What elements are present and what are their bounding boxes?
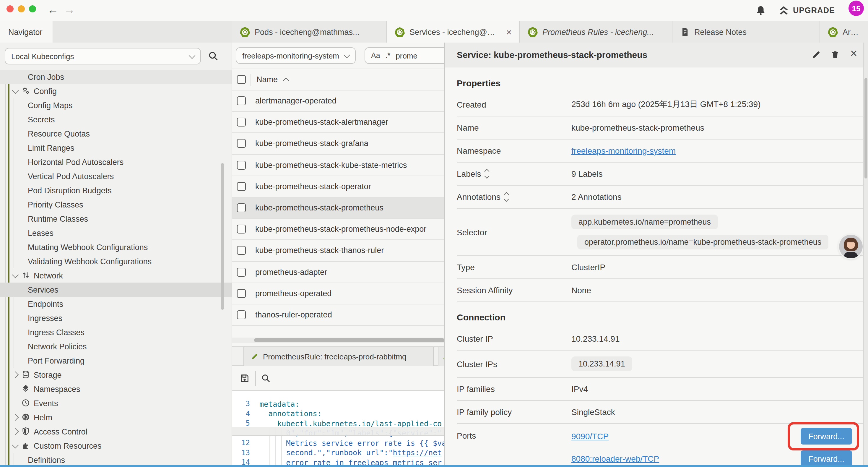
sidebar-item-helm[interactable]: Helm <box>0 410 232 425</box>
row-checkbox[interactable] <box>237 160 246 169</box>
sidebar-item-config-maps[interactable]: Config Maps <box>0 98 232 112</box>
sidebar-scrollbar[interactable] <box>221 163 224 310</box>
match-case-icon[interactable]: Aa <box>371 52 380 60</box>
code-link[interactable]: https://net <box>393 448 442 457</box>
trash-icon[interactable] <box>830 50 840 60</box>
chevron-down-icon[interactable] <box>12 271 19 278</box>
sidebar-item-access-control[interactable]: Access Control <box>0 425 232 439</box>
port-link[interactable]: 8080:reloader-web/TCP <box>571 454 659 463</box>
row-checkbox[interactable] <box>237 225 246 234</box>
row-checkbox[interactable] <box>237 267 246 276</box>
row-checkbox[interactable] <box>237 182 246 191</box>
sort-toggle-icon[interactable] <box>486 170 489 178</box>
chevron-right-icon[interactable] <box>12 428 19 435</box>
sidebar-item-mutating-webhook-configurations[interactable]: Mutating Webhook Configurations <box>0 240 232 254</box>
chevron-down-icon[interactable] <box>12 87 19 94</box>
forward-arrow-icon[interactable]: → <box>64 0 75 21</box>
sidebar-item-ingress-classes[interactable]: Ingress Classes <box>0 325 232 339</box>
sidebar-item-validating-webhook-configurations[interactable]: Validating Webhook Configurations <box>0 254 232 268</box>
table-row-kube-prometheus-stack-kube-state-metrics[interactable]: kube-prometheus-stack-kube-state-metrics <box>232 154 444 176</box>
upgrade-icon[interactable] <box>778 4 790 17</box>
sidebar-item-ingresses[interactable]: Ingresses <box>0 311 232 325</box>
horizontal-scrollbar[interactable] <box>254 338 444 342</box>
table-row-kube-prometheus-stack-thanos-ruler[interactable]: kube-prometheus-stack-thanos-ruler <box>232 240 444 262</box>
chevron-down-icon[interactable] <box>12 442 19 448</box>
tab-services-icecheng-ma[interactable]: Services - icecheng@math...× <box>387 21 520 43</box>
sidebar-item-leases[interactable]: Leases <box>0 226 232 240</box>
row-checkbox[interactable] <box>237 246 246 255</box>
details-scrollbar[interactable] <box>864 78 867 178</box>
tab-pods-icecheng-mathma[interactable]: Pods - icecheng@mathmas... <box>232 21 387 42</box>
sort-asc-icon[interactable] <box>283 78 289 84</box>
chevron-right-icon[interactable] <box>12 414 19 421</box>
close-icon[interactable]: × <box>850 47 857 60</box>
table-row-prometheus-adapter[interactable]: prometheus-adapter <box>232 262 444 283</box>
sidebar-item-events[interactable]: Events <box>0 396 232 410</box>
yaml-editor[interactable]: 3metadata:4 annotations:5 kubectl.kubern… <box>232 391 444 465</box>
regex-icon[interactable]: .* <box>385 52 391 60</box>
row-checkbox[interactable] <box>237 203 246 212</box>
kubeconfig-select[interactable]: Local Kubeconfigs <box>5 48 201 64</box>
sidebar-item-secrets[interactable]: Secrets <box>0 112 232 126</box>
sidebar-item-priority-classes[interactable]: Priority Classes <box>0 198 232 212</box>
sidebar-item-network[interactable]: Network <box>0 268 232 283</box>
namespace-link[interactable]: freeleaps-monitoring-system <box>571 146 676 155</box>
table-row-kube-prometheus-stack-prometheus-node-expor[interactable]: kube-prometheus-stack-prometheus-node-ex… <box>232 219 444 240</box>
select-all-checkbox[interactable] <box>237 75 246 84</box>
sidebar-item-horizontal-pod-autoscalers[interactable]: Horizontal Pod Autoscalers <box>0 155 232 169</box>
bell-icon[interactable] <box>755 5 766 16</box>
table-row-kube-prometheus-stack-operator[interactable]: kube-prometheus-stack-operator <box>232 176 444 198</box>
sort-toggle-icon[interactable] <box>505 193 508 201</box>
table-row-kube-prometheus-stack-grafana[interactable]: kube-prometheus-stack-grafana <box>232 133 444 154</box>
table-row-thanos-ruler-operated[interactable]: thanos-ruler-operated <box>232 304 444 326</box>
sidebar-item-runtime-classes[interactable]: Runtime Classes <box>0 212 232 226</box>
editor-tab[interactable]: PrometheusRule: freeleaps-prod-rabbitmq <box>243 347 434 366</box>
zoom-window-button[interactable] <box>29 5 36 12</box>
close-tab-icon[interactable]: × <box>506 28 512 37</box>
sidebar-item-custom-resources[interactable]: Custom Resources <box>0 439 232 453</box>
table-row-alertmanager-operated[interactable]: alertmanager-operated <box>232 90 444 112</box>
namespace-select[interactable]: freeleaps-monitoring-system <box>236 47 356 64</box>
name-column-header[interactable]: Name <box>256 75 278 84</box>
tab-release-notes[interactable]: Release Notes <box>673 21 820 42</box>
notification-badge[interactable]: 15 <box>848 1 864 16</box>
sidebar-item-pod-disruption-budgets[interactable]: Pod Disruption Budgets <box>0 183 232 198</box>
sidebar-item-storage[interactable]: Storage <box>0 368 232 382</box>
edit-pencil-icon[interactable] <box>811 50 821 60</box>
user-avatar[interactable] <box>839 235 863 258</box>
close-window-button[interactable] <box>6 5 13 12</box>
sidebar-item-resource-quotas[interactable]: Resource Quotas <box>0 126 232 141</box>
sidebar-item-cron-jobs[interactable]: Cron Jobs <box>0 70 232 84</box>
back-arrow-icon[interactable]: ← <box>47 0 59 21</box>
sidebar-item-services[interactable]: Services <box>0 283 232 297</box>
row-checkbox[interactable] <box>237 96 246 105</box>
table-row-kube-prometheus-stack-prometheus[interactable]: kube-prometheus-stack-prometheus <box>232 198 444 219</box>
sidebar-item-vertical-pod-autoscalers[interactable]: Vertical Pod Autoscalers <box>0 169 232 183</box>
table-row-kube-prometheus-stack-alertmanager[interactable]: kube-prometheus-stack-alertmanager <box>232 112 444 133</box>
navigator-tab[interactable]: Navigator <box>0 21 53 42</box>
forward-button[interactable]: Forward... <box>801 450 852 465</box>
row-checkbox[interactable] <box>237 289 246 298</box>
sidebar-item-limit-ranges[interactable]: Limit Ranges <box>0 141 232 155</box>
sidebar-item-config[interactable]: Config <box>0 84 232 98</box>
editor-hscrollbar-overlay[interactable] <box>232 427 444 436</box>
editor-tab-partial[interactable] <box>438 347 444 366</box>
row-checkbox[interactable] <box>237 310 246 319</box>
sidebar-item-network-policies[interactable]: Network Policies <box>0 339 232 353</box>
port-link[interactable]: 9090/TCP <box>571 432 609 441</box>
row-checkbox[interactable] <box>237 139 246 148</box>
sidebar-item-definitions[interactable]: Definitions <box>0 453 232 465</box>
editor-search-icon[interactable] <box>260 373 271 384</box>
sidebar-search-icon[interactable] <box>208 50 219 62</box>
minimize-window-button[interactable] <box>18 5 25 12</box>
table-row-prometheus-operated[interactable]: prometheus-operated <box>232 283 444 304</box>
sidebar-item-endpoints[interactable]: Endpoints <box>0 297 232 311</box>
list-search-input[interactable]: Aa .* prome <box>365 47 444 64</box>
chevron-right-icon[interactable] <box>12 372 19 378</box>
sidebar-item-namespaces[interactable]: Namespaces <box>0 382 232 396</box>
save-icon[interactable] <box>239 373 250 384</box>
upgrade-label[interactable]: UPGRADE <box>793 0 835 21</box>
tab-prometheus-rules-ice[interactable]: Prometheus Rules - icecheng... <box>520 21 673 42</box>
sidebar-item-port-forwarding[interactable]: Port Forwarding <box>0 353 232 368</box>
row-checkbox[interactable] <box>237 118 246 127</box>
